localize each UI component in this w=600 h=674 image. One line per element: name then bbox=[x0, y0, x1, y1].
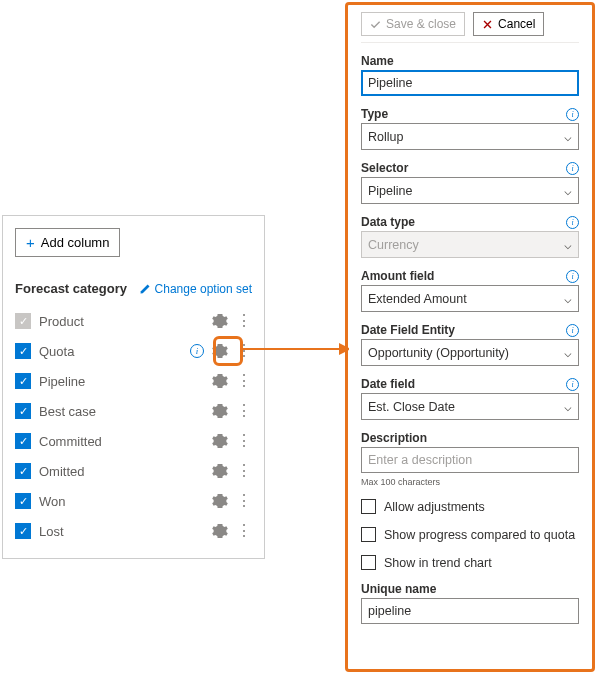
forecast-category-panel: + Add column Forecast category Change op… bbox=[2, 215, 265, 559]
pencil-icon bbox=[139, 283, 151, 295]
change-option-set-link[interactable]: Change option set bbox=[139, 282, 252, 296]
data-type-select: Currency⌵ bbox=[361, 231, 579, 258]
gear-icon[interactable] bbox=[212, 523, 228, 539]
field-date-field: Date fieldi Est. Close Date⌵ bbox=[361, 377, 579, 420]
section-header: Forecast category Change option set bbox=[15, 281, 252, 296]
chevron-down-icon: ⌵ bbox=[564, 291, 572, 306]
checkbox-show-progress[interactable]: Show progress compared to quota bbox=[361, 527, 579, 542]
field-type: Typei Rollup⌵ bbox=[361, 107, 579, 150]
checkbox-icon[interactable]: ✓ bbox=[15, 493, 31, 509]
gear-icon[interactable] bbox=[212, 373, 228, 389]
description-help: Max 100 characters bbox=[361, 477, 579, 487]
category-row-pipeline: ✓ Pipeline ⋮ bbox=[15, 366, 252, 396]
checkbox-icon bbox=[361, 527, 376, 542]
more-icon[interactable]: ⋮ bbox=[236, 373, 252, 389]
checkbox-icon[interactable]: ✓ bbox=[15, 403, 31, 419]
add-column-button[interactable]: + Add column bbox=[15, 228, 120, 257]
info-icon[interactable]: i bbox=[566, 324, 579, 337]
category-row-won: ✓ Won ⋮ bbox=[15, 486, 252, 516]
field-amount: Amount fieldi Extended Amount⌵ bbox=[361, 269, 579, 312]
info-icon[interactable]: i bbox=[566, 162, 579, 175]
field-unique-name: Unique name bbox=[361, 582, 579, 624]
field-name: Name bbox=[361, 54, 579, 96]
cancel-button[interactable]: Cancel bbox=[473, 12, 544, 36]
more-icon[interactable]: ⋮ bbox=[236, 523, 252, 539]
more-icon[interactable]: ⋮ bbox=[236, 403, 252, 419]
checkbox-show-trend[interactable]: Show in trend chart bbox=[361, 555, 579, 570]
x-icon bbox=[482, 19, 493, 30]
more-icon[interactable]: ⋮ bbox=[236, 493, 252, 509]
date-field-select[interactable]: Est. Close Date⌵ bbox=[361, 393, 579, 420]
info-icon[interactable]: i bbox=[566, 270, 579, 283]
field-data-type: Data typei Currency⌵ bbox=[361, 215, 579, 258]
info-icon[interactable]: i bbox=[566, 108, 579, 121]
plus-icon: + bbox=[26, 235, 35, 250]
gear-icon[interactable] bbox=[212, 343, 228, 359]
type-select[interactable]: Rollup⌵ bbox=[361, 123, 579, 150]
checkbox-icon[interactable]: ✓ bbox=[15, 433, 31, 449]
gear-icon[interactable] bbox=[212, 433, 228, 449]
arrow-annotation bbox=[243, 348, 343, 350]
category-row-committed: ✓ Committed ⋮ bbox=[15, 426, 252, 456]
gear-icon[interactable] bbox=[212, 463, 228, 479]
column-properties-panel: Save & close Cancel Name Typei Rollup⌵ S… bbox=[349, 6, 591, 668]
checkbox-allow-adjustments[interactable]: Allow adjustments bbox=[361, 499, 579, 514]
chevron-down-icon: ⌵ bbox=[564, 129, 572, 144]
info-icon[interactable]: i bbox=[566, 378, 579, 391]
action-bar: Save & close Cancel bbox=[361, 12, 579, 43]
checkbox-icon: ✓ bbox=[15, 313, 31, 329]
chevron-down-icon: ⌵ bbox=[564, 237, 572, 252]
info-icon[interactable]: i bbox=[190, 344, 204, 358]
chevron-down-icon: ⌵ bbox=[564, 345, 572, 360]
amount-select[interactable]: Extended Amount⌵ bbox=[361, 285, 579, 312]
field-description: Description Max 100 characters bbox=[361, 431, 579, 487]
more-icon[interactable]: ⋮ bbox=[236, 433, 252, 449]
checkbox-icon[interactable]: ✓ bbox=[15, 463, 31, 479]
gear-icon[interactable] bbox=[212, 493, 228, 509]
section-title: Forecast category bbox=[15, 281, 127, 296]
category-row-omitted: ✓ Omitted ⋮ bbox=[15, 456, 252, 486]
name-input[interactable] bbox=[361, 70, 579, 96]
category-row-lost: ✓ Lost ⋮ bbox=[15, 516, 252, 546]
info-icon[interactable]: i bbox=[566, 216, 579, 229]
gear-icon[interactable] bbox=[212, 313, 228, 329]
category-list: ✓ Product ⋮ ✓ Quota i ⋮ ✓ Pipeline ⋮ ✓ B… bbox=[15, 306, 252, 546]
save-close-button[interactable]: Save & close bbox=[361, 12, 465, 36]
field-date-entity: Date Field Entityi Opportunity (Opportun… bbox=[361, 323, 579, 366]
chevron-down-icon: ⌵ bbox=[564, 399, 572, 414]
date-entity-select[interactable]: Opportunity (Opportunity)⌵ bbox=[361, 339, 579, 366]
category-row-quota: ✓ Quota i ⋮ bbox=[15, 336, 252, 366]
more-icon[interactable]: ⋮ bbox=[236, 343, 252, 359]
description-input[interactable] bbox=[361, 447, 579, 473]
category-row-best-case: ✓ Best case ⋮ bbox=[15, 396, 252, 426]
checkbox-icon[interactable]: ✓ bbox=[15, 343, 31, 359]
selector-select[interactable]: Pipeline⌵ bbox=[361, 177, 579, 204]
checkbox-icon[interactable]: ✓ bbox=[15, 523, 31, 539]
checkbox-icon[interactable]: ✓ bbox=[15, 373, 31, 389]
more-icon[interactable]: ⋮ bbox=[236, 313, 252, 329]
category-row-product: ✓ Product ⋮ bbox=[15, 306, 252, 336]
gear-icon[interactable] bbox=[212, 403, 228, 419]
checkbox-icon bbox=[361, 499, 376, 514]
add-column-label: Add column bbox=[41, 235, 110, 250]
check-icon bbox=[370, 19, 381, 30]
field-selector: Selectori Pipeline⌵ bbox=[361, 161, 579, 204]
chevron-down-icon: ⌵ bbox=[564, 183, 572, 198]
more-icon[interactable]: ⋮ bbox=[236, 463, 252, 479]
unique-name-input[interactable] bbox=[361, 598, 579, 624]
checkbox-icon bbox=[361, 555, 376, 570]
